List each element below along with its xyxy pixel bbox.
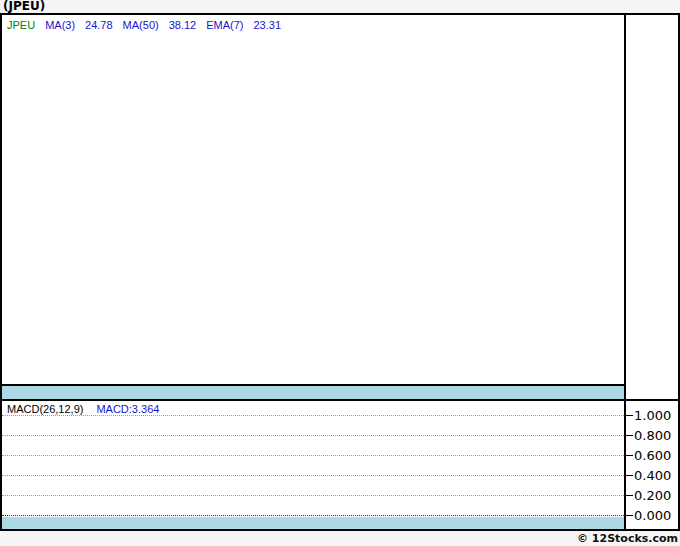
tick-label: 0.400: [634, 468, 671, 483]
legend-indicator-label: EMA(7): [206, 19, 243, 31]
brand-copyright: © 12Stocks.com: [577, 531, 678, 546]
tick-mark-icon: [626, 475, 633, 476]
legend-indicator-ema7: EMA(7) 23.31: [206, 19, 281, 31]
macd-value: MACD:3.364: [96, 403, 159, 415]
tick-label: 1.000: [634, 408, 671, 423]
tick-label: 0.800: [634, 428, 671, 443]
legend-symbol: JPEU: [7, 19, 35, 31]
tick-mark-icon: [626, 515, 633, 516]
macd-yaxis: 1.000 0.800 0.600 0.400 0.200 0.000: [624, 399, 678, 529]
macd-label: MACD(26,12,9): [7, 403, 83, 415]
macd-axis-tick: 0.200: [626, 487, 671, 503]
tick-mark-icon: [626, 435, 633, 436]
macd-legend: MACD(26,12,9) MACD:3.364: [7, 403, 159, 415]
macd-gridline-0200: [2, 495, 624, 496]
legend-indicator-label: MA(3): [45, 19, 75, 31]
legend-indicator-value: 23.31: [253, 19, 281, 31]
tick-label: 0.600: [634, 448, 671, 463]
tick-label: 0.200: [634, 488, 671, 503]
macd-gridline-0800: [2, 435, 624, 436]
legend-indicator-value: 38.12: [169, 19, 197, 31]
tick-mark-icon: [626, 415, 633, 416]
tick-mark-icon: [626, 455, 633, 456]
price-chart-panel: JPEU MA(3) 24.78 MA(50) 38.12 EMA(7) 23.…: [2, 15, 624, 399]
macd-axis-tick: 0.000: [626, 507, 671, 523]
tick-mark-icon: [626, 495, 633, 496]
tick-label: 0.000: [634, 508, 671, 523]
macd-axis-tick: 0.400: [626, 467, 671, 483]
macd-gridline-0600: [2, 455, 624, 456]
page-title: (JPEU): [3, 0, 45, 13]
price-xaxis-strip: [2, 384, 624, 399]
macd-axis-tick: 0.800: [626, 427, 671, 443]
macd-gridline-zero: [2, 515, 624, 516]
macd-axis-tick: 0.600: [626, 447, 671, 463]
legend-indicator-ma3: MA(3) 24.78: [45, 19, 112, 31]
macd-panel: MACD(26,12,9) MACD:3.364: [2, 399, 624, 529]
legend-indicator-label: MA(50): [123, 19, 159, 31]
macd-gridline-1000: [2, 415, 624, 416]
chart-frame: JPEU MA(3) 24.78 MA(50) 38.12 EMA(7) 23.…: [0, 13, 680, 531]
price-chart-legend: JPEU MA(3) 24.78 MA(50) 38.12 EMA(7) 23.…: [7, 19, 281, 31]
macd-axis-tick: 1.000: [626, 407, 671, 423]
legend-indicator-value: 24.78: [85, 19, 113, 31]
legend-indicator-ma50: MA(50) 38.12: [123, 19, 197, 31]
price-yaxis-gutter: [624, 15, 678, 399]
macd-xaxis-strip: [2, 517, 624, 529]
macd-gridline-0400: [2, 475, 624, 476]
